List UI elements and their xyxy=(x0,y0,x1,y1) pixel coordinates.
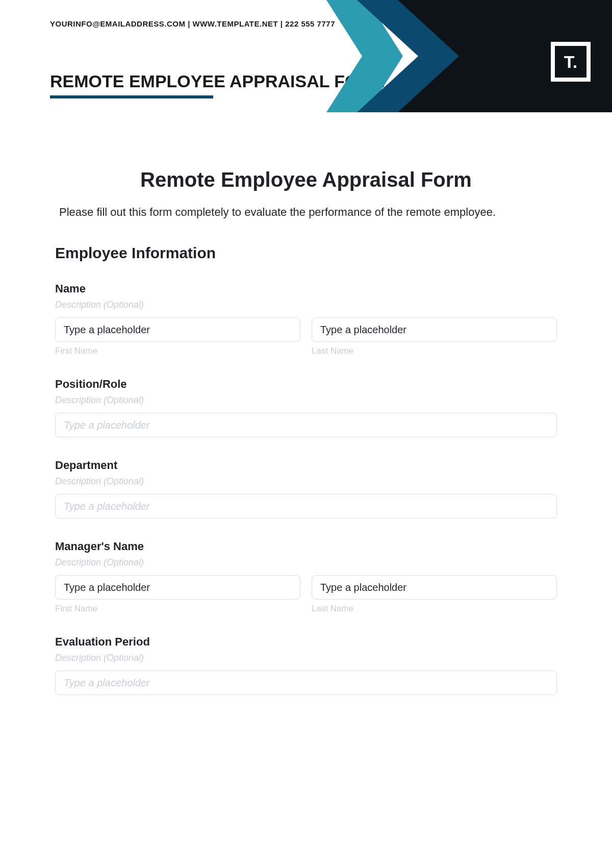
position-input[interactable] xyxy=(55,413,557,437)
department-input[interactable] xyxy=(55,494,557,518)
field-position: Position/Role Description (Optional) xyxy=(55,378,557,437)
desc-manager: Description (Optional) xyxy=(55,557,557,568)
label-manager: Manager's Name xyxy=(55,540,557,553)
label-name: Name xyxy=(55,282,557,295)
header-graphic: T. xyxy=(326,0,612,112)
logo-text: T. xyxy=(554,45,588,79)
desc-position: Description (Optional) xyxy=(55,395,557,406)
label-department: Department xyxy=(55,459,557,472)
period-input[interactable] xyxy=(55,671,557,695)
name-first-input[interactable] xyxy=(55,317,300,342)
sublabel-manager-last: Last Name xyxy=(312,604,557,614)
field-department: Department Description (Optional) xyxy=(55,459,557,518)
sublabel-manager-first: First Name xyxy=(55,604,300,614)
section-employee-info: Employee Information xyxy=(55,244,557,262)
name-last-input[interactable] xyxy=(312,317,557,342)
field-period: Evaluation Period Description (Optional) xyxy=(55,635,557,695)
header-banner: YOURINFO@EMAILADDRESS.COM | WWW.TEMPLATE… xyxy=(0,0,612,112)
form-area: Remote Employee Appraisal Form Please fi… xyxy=(0,112,612,737)
sublabel-first-name: First Name xyxy=(55,346,300,356)
title-underline xyxy=(50,95,213,98)
contact-info: YOURINFO@EMAILADDRESS.COM | WWW.TEMPLATE… xyxy=(50,19,335,28)
label-period: Evaluation Period xyxy=(55,635,557,649)
field-name: Name Description (Optional) First Name L… xyxy=(55,282,557,356)
desc-department: Description (Optional) xyxy=(55,476,557,487)
logo-badge: T. xyxy=(551,42,591,82)
form-intro: Please fill out this form completely to … xyxy=(55,206,557,219)
field-manager: Manager's Name Description (Optional) Fi… xyxy=(55,540,557,614)
manager-first-input[interactable] xyxy=(55,575,300,600)
form-title: Remote Employee Appraisal Form xyxy=(55,168,557,191)
label-position: Position/Role xyxy=(55,378,557,391)
sublabel-last-name: Last Name xyxy=(312,346,557,356)
desc-period: Description (Optional) xyxy=(55,653,557,663)
desc-name: Description (Optional) xyxy=(55,300,557,310)
manager-last-input[interactable] xyxy=(312,575,557,600)
